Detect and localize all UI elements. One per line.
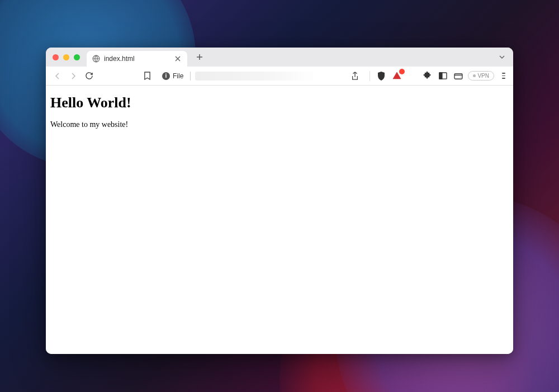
globe-icon <box>92 55 100 63</box>
tab-list-dropdown[interactable] <box>495 55 509 59</box>
vpn-button[interactable]: VPN <box>468 71 494 81</box>
notification-badge <box>399 69 405 74</box>
url-input[interactable] <box>195 70 344 82</box>
share-button[interactable] <box>349 70 361 82</box>
back-button[interactable] <box>51 70 64 82</box>
window-controls <box>50 54 83 60</box>
page-content: Hello World! Welcome to my website! <box>46 86 513 354</box>
page-heading: Hello World! <box>50 95 509 111</box>
forward-button[interactable] <box>67 70 79 82</box>
brave-shields-button[interactable] <box>375 70 387 82</box>
maximize-window-button[interactable] <box>74 54 80 60</box>
bookmark-button[interactable] <box>141 70 153 82</box>
url-scheme-label: File <box>173 72 183 80</box>
close-window-button[interactable] <box>53 54 59 60</box>
svg-rect-3 <box>454 73 462 79</box>
browser-tab[interactable]: index.html <box>87 51 187 67</box>
extensions-button[interactable] <box>421 70 433 82</box>
info-icon: i <box>162 72 170 80</box>
new-tab-button[interactable] <box>193 50 206 64</box>
address-bar: i File <box>160 70 361 82</box>
close-tab-button[interactable] <box>174 55 182 63</box>
vpn-status-dot <box>473 74 476 77</box>
site-info-button[interactable]: i File <box>160 72 186 80</box>
url-text-obscured <box>195 72 318 81</box>
browser-toolbar: i File <box>46 67 513 86</box>
reload-button[interactable] <box>83 70 95 82</box>
divider <box>369 71 370 81</box>
menu-button[interactable] <box>500 70 508 81</box>
browser-window: index.html <box>46 48 513 354</box>
page-paragraph: Welcome to my website! <box>50 120 509 129</box>
brave-rewards-button[interactable] <box>391 70 403 82</box>
vpn-label: VPN <box>477 73 489 79</box>
tab-bar: index.html <box>46 48 513 67</box>
wallet-button[interactable] <box>452 70 465 82</box>
svg-rect-2 <box>439 73 442 79</box>
sidebar-button[interactable] <box>437 70 449 82</box>
tab-title: index.html <box>104 55 170 63</box>
minimize-window-button[interactable] <box>63 54 69 60</box>
divider <box>190 72 191 81</box>
